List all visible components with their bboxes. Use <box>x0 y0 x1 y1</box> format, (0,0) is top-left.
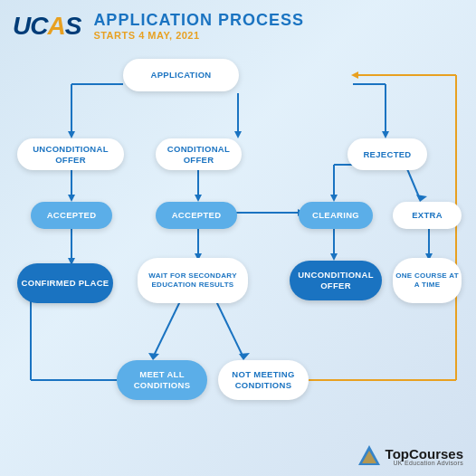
clearing-box: CLEARING <box>299 202 373 229</box>
svg-marker-18 <box>330 195 338 202</box>
accepted-mid-box: ACCEPTED <box>156 202 237 229</box>
confirmed-place-box: CONFIRMED PLACE <box>17 263 113 303</box>
starts-label: STARTS <box>93 30 135 41</box>
app-title: APPLICATION PROCESS <box>93 11 304 30</box>
svg-marker-4 <box>234 131 242 138</box>
svg-marker-28 <box>239 353 250 360</box>
extra-box: EXTRA <box>393 202 462 229</box>
header: UCAS APPLICATION PROCESS STARTS 4 MAY, 2… <box>13 11 463 41</box>
starts-text: STARTS 4 MAY, 2021 <box>93 30 304 41</box>
svg-marker-22 <box>330 253 338 261</box>
accepted-left-box: ACCEPTED <box>31 202 112 229</box>
application-box: APPLICATION <box>123 59 239 91</box>
svg-marker-13 <box>195 195 202 202</box>
unconditional-offer-box: UNCONDITIONAL OFFER <box>17 138 124 170</box>
ucas-logo: UCAS <box>13 12 81 41</box>
svg-marker-20 <box>416 195 427 202</box>
conditional-offer-box: CONDITIONAL OFFER <box>156 138 242 170</box>
svg-marker-26 <box>148 353 159 360</box>
svg-marker-38 <box>351 71 358 79</box>
svg-marker-9 <box>68 195 75 202</box>
unconditional-offer2-box: UNCONDITIONAL OFFER <box>290 261 382 300</box>
svg-marker-7 <box>382 131 389 138</box>
topcourses-logo: TopCourses UK Education Advisors <box>357 443 463 469</box>
svg-marker-2 <box>68 131 75 138</box>
footer: TopCourses UK Education Advisors <box>357 443 463 469</box>
svg-line-25 <box>153 301 180 357</box>
wait-secondary-box: WAIT FOR SECONDARY EDUCATION RESULTS <box>138 258 248 303</box>
one-course-box: ONE COURSE AT A TIME <box>393 258 462 303</box>
rejected-box: REJECTED <box>347 138 427 170</box>
meet-conditions-box: MEET ALL CONDITIONS <box>117 360 207 400</box>
main-container: UCAS APPLICATION PROCESS STARTS 4 MAY, 2… <box>0 0 476 476</box>
flowchart: APPLICATION UNCONDITIONAL OFFER CONDITIO… <box>13 50 463 430</box>
topcourses-text: TopCourses UK Education Advisors <box>386 446 463 466</box>
not-meeting-box: NOT MEETING CONDITIONS <box>218 360 309 400</box>
starts-date: 4 MAY, 2021 <box>138 30 199 41</box>
title-block: APPLICATION PROCESS STARTS 4 MAY, 2021 <box>93 11 304 41</box>
svg-line-27 <box>216 301 243 357</box>
topcourses-icon <box>357 443 382 469</box>
